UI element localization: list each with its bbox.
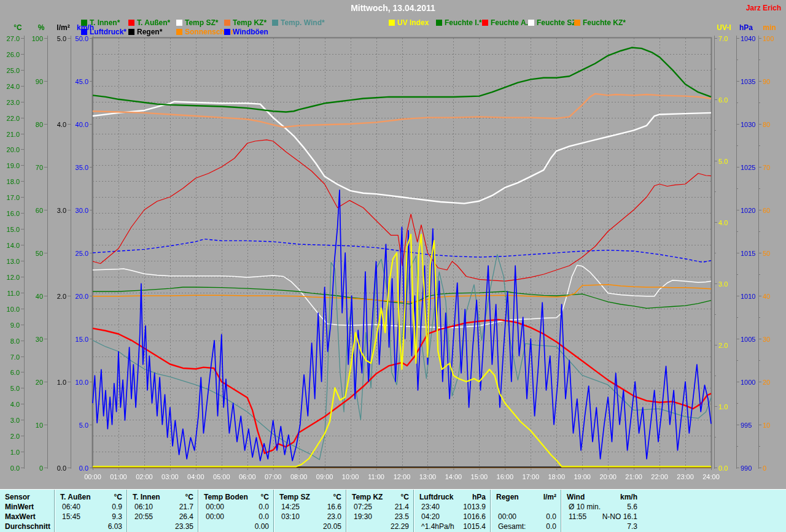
table-cell-time: Ø 10 min. bbox=[569, 502, 601, 512]
axis-unit-lm: l/m² bbox=[54, 23, 72, 32]
table-col-unit: hPa bbox=[472, 492, 486, 502]
legend-label: Windböen bbox=[233, 28, 268, 36]
table-cell-value: 6.03 bbox=[108, 522, 122, 531]
axis-unit-kmh: km/h bbox=[76, 23, 95, 32]
table-cell-time: 14:25 bbox=[281, 502, 300, 512]
table-cell-value: 20.05 bbox=[323, 522, 341, 531]
legend-label: Feuchte A.* bbox=[491, 18, 531, 27]
axis-unit-hpa: hPa bbox=[737, 23, 755, 32]
table-cell-time: 06:40 bbox=[62, 502, 80, 512]
axis-unit-c: °C bbox=[9, 23, 27, 32]
legend-swatch bbox=[128, 20, 134, 26]
legend-swatch bbox=[224, 29, 230, 35]
table-cell-time: 19:30 bbox=[354, 512, 372, 522]
table-cell-value: 7.3 bbox=[627, 522, 637, 531]
table-row-headers: SensorMinWertMaxWertDurchschnitt bbox=[0, 490, 54, 532]
table-cell-value: 23.5 bbox=[395, 512, 409, 522]
table-col-unit: km/h bbox=[620, 492, 637, 502]
legend-item-feuchte-a-: Feuchte A.* bbox=[482, 18, 531, 26]
legend-item-uv-index: UV Index bbox=[389, 18, 429, 26]
table-row-header: MaxWert bbox=[5, 512, 36, 522]
table-cell-value: 16.6 bbox=[327, 502, 341, 512]
table-cell-value: 0.0 bbox=[259, 512, 269, 522]
table-col-unit: °C bbox=[185, 492, 193, 502]
table-cell-time: 23:40 bbox=[421, 502, 440, 512]
table-cell-time: 00:00 bbox=[498, 512, 516, 522]
legend-swatch bbox=[436, 20, 442, 26]
legend-item-temp-wind-: Temp. Wind* bbox=[272, 18, 325, 26]
author-label: Jarz Erich bbox=[746, 4, 781, 12]
table-col-unit: l/m² bbox=[543, 492, 556, 502]
table-cell-time: 11:55 bbox=[569, 512, 586, 522]
table-cell-value: 0.0 bbox=[546, 522, 556, 531]
legend-swatch bbox=[224, 20, 230, 26]
table-cell-time: ^1.4hPa/h bbox=[421, 522, 454, 531]
summary-table: SensorMinWertMaxWertDurchschnittT. Außen… bbox=[0, 489, 786, 532]
table-cell-value: 22.29 bbox=[391, 522, 409, 531]
legend-swatch bbox=[389, 20, 395, 26]
legend-swatch bbox=[176, 29, 182, 35]
legend-swatch bbox=[528, 20, 534, 26]
table-cell-time: 07:25 bbox=[354, 502, 372, 512]
legend-label: Temp KZ* bbox=[233, 18, 267, 27]
weather-station-window: Mittwoch, 13.04.2011 Jarz Erich T. Innen… bbox=[0, 0, 786, 532]
table-section-t-innen: T. Innen°C06:1021.720:5526.423.35 bbox=[126, 490, 198, 532]
legend-label: Feuchte SZ* bbox=[537, 18, 579, 27]
table-col-name: T. Innen bbox=[133, 492, 160, 502]
table-cell-time: 04:20 bbox=[421, 512, 440, 522]
table-section-wind: Windkm/hØ 10 min.5.611:55N-NO 16.17.3 bbox=[561, 490, 642, 532]
legend-item-temp-sz-: Temp SZ* bbox=[176, 18, 218, 26]
legend-label: Regen* bbox=[137, 28, 162, 36]
table-section-temp-sz: Temp SZ°C14:2516.603:1023.020.05 bbox=[273, 490, 346, 532]
table-col-name: Temp KZ bbox=[352, 492, 383, 502]
table-cell-time: 03:10 bbox=[281, 512, 300, 522]
legend-label: Feuchte I.* bbox=[445, 18, 482, 27]
legend-label: UV Index bbox=[397, 18, 429, 27]
table-cell-time: 00:00 bbox=[206, 512, 224, 522]
table-col-unit: °C bbox=[114, 492, 122, 502]
table-col-name: Temp Boden bbox=[204, 492, 248, 502]
table-cell-value: 23.35 bbox=[175, 522, 193, 531]
legend-item-feuchte-i-: Feuchte I.* bbox=[436, 18, 482, 26]
table-col-name: Luftdruck bbox=[419, 492, 453, 502]
table-row-header: Sensor bbox=[5, 492, 30, 502]
table-cell-value: 1015.4 bbox=[463, 522, 486, 531]
axis-unit-uvi: UV-I bbox=[715, 23, 733, 32]
table-section-temp-boden: Temp Boden°C00:000.000:000.00.00 bbox=[198, 490, 273, 532]
axis-unit-min: min bbox=[760, 23, 779, 32]
legend-label: Feuchte KZ* bbox=[583, 18, 626, 27]
table-cell-value: 0.0 bbox=[259, 502, 269, 512]
legend-label: T. Außen* bbox=[137, 18, 170, 27]
legend-item-temp-kz-: Temp KZ* bbox=[224, 18, 267, 26]
table-cell-time: 00:00 bbox=[206, 502, 224, 512]
legend-item-feuchte-sz-: Feuchte SZ* bbox=[528, 18, 579, 26]
table-cell-value: 5.6 bbox=[627, 502, 637, 512]
axis-unit-: % bbox=[32, 23, 50, 32]
page-title: Mittwoch, 13.04.2011 bbox=[0, 3, 786, 13]
table-cell-value: 1013.9 bbox=[463, 502, 486, 512]
table-cell-time: 06:10 bbox=[134, 502, 153, 512]
legend-item-t-au-en-: T. Außen* bbox=[128, 18, 170, 26]
table-cell-time: Gesamt: bbox=[498, 522, 526, 531]
legend-label: Temp SZ* bbox=[185, 18, 218, 27]
table-section-temp-kz: Temp KZ°C07:2521.419:3023.522.29 bbox=[346, 490, 413, 532]
table-cell-value: 9.3 bbox=[112, 512, 122, 522]
table-col-unit: °C bbox=[333, 492, 341, 502]
table-cell-time: 20:55 bbox=[134, 512, 153, 522]
legend-swatch bbox=[176, 20, 182, 26]
legend-label: Luftdruck* bbox=[90, 28, 126, 36]
legend-item-windb-en: Windböen bbox=[224, 28, 268, 35]
table-cell-value: 23.0 bbox=[327, 512, 341, 522]
table-cell-value: 21.7 bbox=[179, 502, 193, 512]
weather-day-chart bbox=[0, 0, 786, 489]
table-row-header: Durchschnitt bbox=[5, 522, 50, 531]
table-section-luftdruck: LuftdruckhPa23:401013.904:201016.6^1.4hP… bbox=[413, 490, 490, 532]
table-cell-time: 15:45 bbox=[62, 512, 80, 522]
legend-item-regen-: Regen* bbox=[128, 28, 162, 35]
table-cell-value: N-NO 16.1 bbox=[602, 512, 637, 522]
table-cell-value: 21.4 bbox=[395, 502, 409, 512]
legend-swatch bbox=[574, 20, 580, 26]
table-cell-value: 26.4 bbox=[179, 512, 193, 522]
table-section-t-au-en: T. Außen°C06:400.915:459.36.03 bbox=[54, 490, 126, 532]
legend-swatch bbox=[272, 20, 278, 26]
